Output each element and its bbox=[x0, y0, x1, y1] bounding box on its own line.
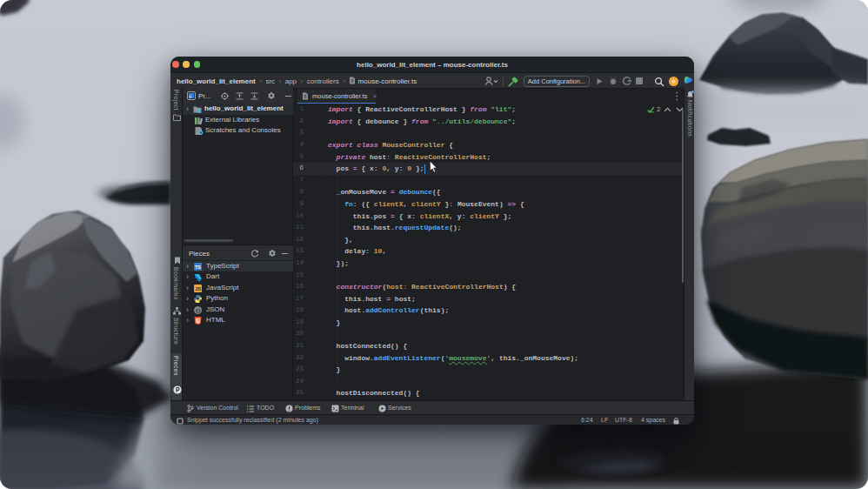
svg-text:{}: {} bbox=[196, 308, 201, 313]
svg-text:TS: TS bbox=[195, 265, 201, 270]
svg-text:JS: JS bbox=[195, 286, 201, 291]
